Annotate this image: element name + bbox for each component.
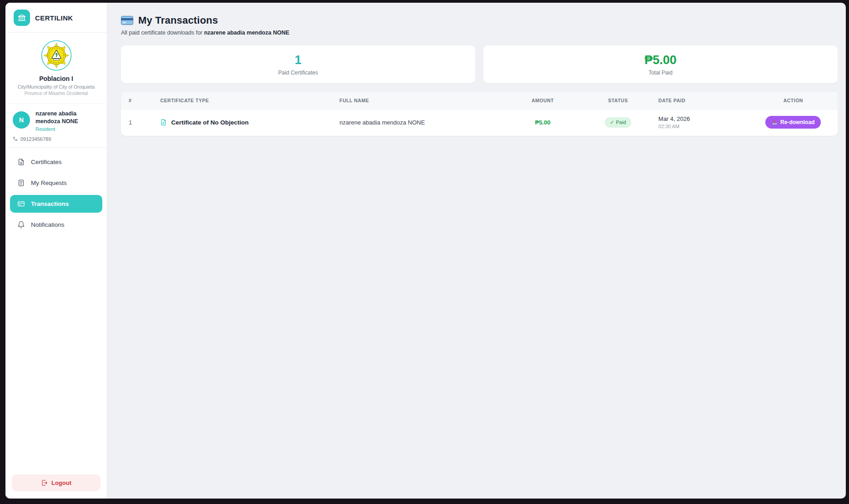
total-paid-label: Total Paid [488,70,833,76]
sidebar-item-notifications[interactable]: Notifications [10,216,102,234]
page-header: My Transactions All paid certificate dow… [121,15,838,36]
total-paid-card: ₱5.00 Total Paid [483,45,838,83]
bank-building-icon [14,10,30,26]
col-header-action: ACTION [749,92,838,110]
transactions-table: # CERTIFICATE TYPE FULL NAME AMOUNT STAT… [121,92,838,136]
request-form-icon [17,179,25,187]
time-paid: 02:30 AM [658,124,743,129]
sidebar-item-transactions[interactable]: Transactions [10,195,102,213]
re-download-label: Re-download [780,119,814,125]
subtitle-user-name: nzarene abadia mendoza NONE [204,30,290,36]
sidebar-item-label: Transactions [31,200,69,207]
re-download-button[interactable]: Re-download [765,116,821,129]
page-subtitle: All paid certificate downloads for nzare… [121,30,838,36]
avatar: N [13,111,30,129]
app-name: CERTILINK [35,14,73,22]
brand-header: CERTILINK [5,3,107,33]
row-number: 1 [121,110,154,136]
paid-certificates-label: Paid Certificates [126,70,471,76]
barangay-municipality: City/Municipality of City of Oroquieta [11,84,101,90]
amount: ₱5.00 [502,110,584,136]
barangay-name: Poblacion I [11,75,101,82]
total-paid-value: ₱5.00 [488,53,833,67]
page-title: My Transactions [138,15,218,26]
paid-certificates-card: 1 Paid Certificates [121,45,475,83]
user-role-badge: Resident [35,126,100,132]
col-header-full-name: FULL NAME [333,92,501,110]
sidebar: CERTILINK [5,3,107,499]
credit-card-emoji-icon [121,16,133,25]
certificate-type: Certificate of No Objection [171,119,248,126]
col-header-certificate-type: CERTIFICATE TYPE [154,92,333,110]
full-name: nzarene abadia mendoza NONE [333,110,501,136]
sidebar-item-certificates[interactable]: Certificates [10,153,102,171]
teal-file-icon [160,119,167,126]
logout-label: Logout [51,479,71,486]
barangay-seal [41,40,72,71]
inbox-tray-icon [772,120,778,125]
file-document-icon [17,158,25,166]
sidebar-nav: Certificates My Requests [5,148,107,239]
user-name: nzarene abadia mendoza NONE [35,110,100,125]
col-header-amount: AMOUNT [502,92,584,110]
credit-card-icon [17,200,25,208]
date-paid: Mar 4, 2026 [658,115,743,122]
col-header-number: # [121,92,154,110]
sidebar-item-my-requests[interactable]: My Requests [10,174,102,192]
user-phone: 09123456789 [20,136,51,142]
bell-icon [17,221,25,229]
sidebar-item-label: Notifications [31,221,65,228]
summary-cards: 1 Paid Certificates ₱5.00 Total Paid [121,45,838,83]
main-content: My Transactions All paid certificate dow… [107,3,846,499]
phone-icon [13,136,18,141]
paid-certificates-value: 1 [126,53,471,67]
col-header-status: STATUS [584,92,652,110]
sidebar-item-label: Certificates [31,159,62,165]
logout-button[interactable]: Logout [12,474,100,491]
certilink-app: CERTILINK [5,3,846,499]
status-badge: ✓Paid [605,117,631,128]
exit-door-icon [41,479,48,486]
table-row: 1 Certificate of No Objection [121,110,838,136]
sidebar-item-label: My Requests [31,180,67,186]
table-header-row: # CERTIFICATE TYPE FULL NAME AMOUNT STAT… [121,92,838,110]
user-info: N nzarene abadia mendoza NONE Resident 0… [5,104,107,148]
date-paid-cell: Mar 4, 2026 02:30 AM [652,110,749,136]
barangay-info: Poblacion I City/Municipality of City of… [5,33,107,104]
window-frame: CERTILINK [0,0,849,504]
col-header-date-paid: DATE PAID [652,92,749,110]
check-icon: ✓ [610,120,614,125]
barangay-province: Province of Misamis Occidental [11,91,101,96]
